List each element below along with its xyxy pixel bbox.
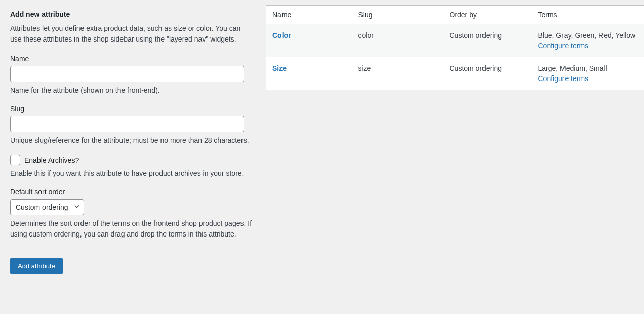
- table-row: Size size Custom ordering Large, Medium,…: [266, 57, 645, 90]
- sort-label: Default sort order: [10, 188, 253, 196]
- name-input[interactable]: [10, 66, 244, 82]
- intro-text: Attributes let you define extra product …: [10, 23, 253, 45]
- attribute-terms: Blue, Gray, Green, Red, Yellow: [538, 31, 636, 40]
- attribute-slug: color: [352, 24, 444, 57]
- sort-field-group: Default sort order Custom ordering Deter…: [10, 188, 253, 240]
- slug-label: Slug: [10, 105, 253, 113]
- attribute-order: Custom ordering: [444, 57, 532, 90]
- th-order: Order by: [444, 6, 532, 24]
- table-row: Color color Custom ordering Blue, Gray, …: [266, 24, 645, 57]
- th-terms: Terms: [532, 6, 645, 24]
- sort-select[interactable]: Custom ordering: [10, 199, 84, 215]
- add-attribute-panel: Add new attribute Attributes let you def…: [0, 0, 253, 285]
- sort-help: Determines the sort order of the terms o…: [10, 218, 253, 240]
- attributes-table-panel: Name Slug Order by Terms Color color Cus…: [266, 0, 644, 285]
- add-attribute-button[interactable]: Add attribute: [10, 258, 63, 274]
- attribute-order: Custom ordering: [444, 24, 532, 57]
- archives-help: Enable this if you want this attribute t…: [10, 168, 253, 179]
- th-slug: Slug: [352, 6, 444, 24]
- attribute-terms: Large, Medium, Small: [538, 64, 607, 72]
- name-label: Name: [10, 55, 253, 63]
- archives-checkbox[interactable]: [10, 155, 20, 165]
- slug-input[interactable]: [10, 116, 244, 132]
- configure-terms-link[interactable]: Configure terms: [538, 74, 638, 83]
- slug-field-group: Slug Unique slug/reference for the attri…: [10, 105, 253, 146]
- attributes-table: Name Slug Order by Terms Color color Cus…: [266, 5, 644, 90]
- slug-help: Unique slug/reference for the attribute;…: [10, 135, 253, 146]
- attribute-name-link[interactable]: Size: [272, 64, 287, 72]
- attribute-slug: size: [352, 57, 444, 90]
- section-title: Add new attribute: [10, 10, 253, 18]
- attribute-name-link[interactable]: Color: [272, 31, 291, 40]
- configure-terms-link[interactable]: Configure terms: [538, 42, 638, 50]
- name-help: Name for the attribute (shown on the fro…: [10, 85, 253, 96]
- th-name: Name: [266, 6, 352, 24]
- name-field-group: Name Name for the attribute (shown on th…: [10, 55, 253, 96]
- archives-field-group: Enable Archives? Enable this if you want…: [10, 155, 253, 179]
- archives-label: Enable Archives?: [24, 156, 79, 164]
